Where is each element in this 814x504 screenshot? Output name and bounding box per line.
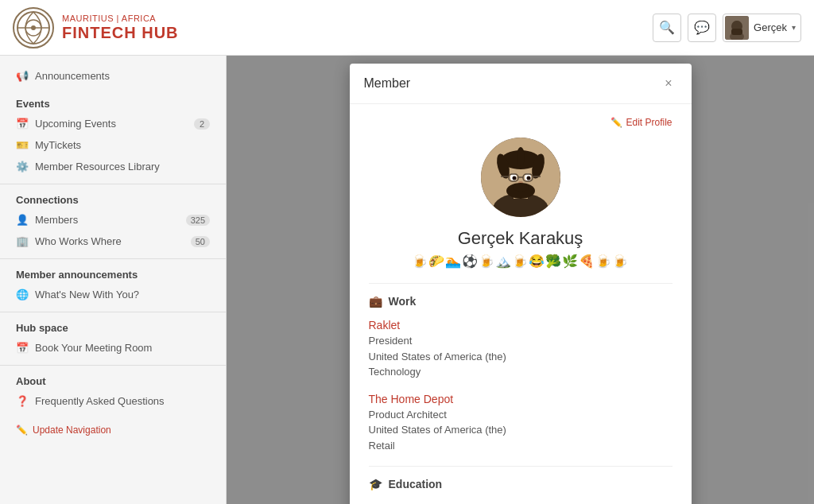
work-section-divider (369, 283, 673, 284)
who-works-badge: 50 (191, 236, 210, 247)
update-navigation-link[interactable]: ✏️ Update Navigation (0, 418, 226, 442)
chat-icon: 💬 (694, 20, 710, 35)
member-resources-label: Member Resources Library (35, 161, 210, 173)
avatar-image (725, 16, 749, 40)
content-area: Member × ✏️ Edit Profile (227, 56, 814, 504)
member-announcements-title: Member announcements (0, 264, 226, 284)
members-label: Members (35, 214, 180, 226)
upcoming-events-label: Upcoming Events (35, 118, 188, 130)
modal-title: Member (364, 76, 411, 91)
upcoming-events-badge: 2 (194, 118, 210, 130)
sidebar-item-member-resources[interactable]: ⚙️ Member Resources Library (0, 156, 226, 177)
connections-section-title: Connections (0, 189, 226, 209)
faq-label: Frequently Asked Questions (35, 395, 210, 407)
sidebar-section-events: Events 📅 Upcoming Events 2 🎫 MyTickets ⚙… (0, 93, 226, 177)
modal-overlay: Member × ✏️ Edit Profile (227, 56, 814, 504)
book-room-label: Book Your Meeting Room (35, 342, 210, 354)
edit-profile-link[interactable]: ✏️ Edit Profile (369, 117, 673, 128)
work-icon: 💼 (369, 295, 382, 308)
education-section-divider (369, 466, 673, 467)
logo-bottom-text: FINTECH HUB (62, 24, 179, 41)
who-works-icon: 🏢 (16, 235, 29, 247)
app-header: MAURITIUS | AFRICA FINTECH HUB 🔍 💬 Gerçe (0, 0, 814, 56)
events-section-title: Events (0, 93, 226, 113)
sidebar-item-who-works[interactable]: 🏢 Who Works Where 50 (0, 231, 226, 252)
chevron-down-icon: ▾ (792, 23, 796, 32)
logo-text: MAURITIUS | AFRICA FINTECH HUB (62, 14, 179, 41)
user-name-label: Gerçek (754, 21, 787, 33)
sidebar-section-hub-space: Hub space 📅 Book Your Meeting Room (0, 317, 226, 359)
chat-button[interactable]: 💬 (688, 14, 716, 42)
sidebar-divider-2 (0, 258, 226, 259)
svg-point-3 (31, 25, 36, 30)
members-icon: 👤 (16, 214, 29, 226)
main-layout: 📢 Announcements Events 📅 Upcoming Events… (0, 56, 814, 504)
company2-location: United States of America (the) (369, 422, 673, 438)
whats-new-icon: 🌐 (16, 289, 29, 300)
company1-role: President (369, 333, 673, 349)
sidebar-item-mytickets[interactable]: 🎫 MyTickets (0, 134, 226, 156)
announcements-label: Announcements (35, 70, 210, 82)
work-entry-2: The Home Depot Product Architect United … (369, 393, 673, 454)
svg-point-21 (526, 176, 530, 180)
svg-point-29 (513, 184, 529, 192)
sidebar-section-about: About ❓ Frequently Asked Questions (0, 370, 226, 412)
ticket-icon: 🎫 (16, 139, 29, 151)
member-name: Gerçek Karakuş (369, 228, 673, 249)
work-section-header: 💼 Work (369, 295, 673, 308)
company1-name[interactable]: Raklet (369, 319, 673, 331)
sidebar-section-member-announcements: Member announcements 🌐 What's New With Y… (0, 264, 226, 305)
sidebar-section-connections: Connections 👤 Members 325 🏢 Who Works Wh… (0, 189, 226, 252)
user-menu[interactable]: Gerçek ▾ (723, 14, 801, 42)
sidebar-item-faq[interactable]: ❓ Frequently Asked Questions (0, 390, 226, 412)
sidebar-item-whats-new[interactable]: 🌐 What's New With You? (0, 284, 226, 305)
sidebar: 📢 Announcements Events 📅 Upcoming Events… (0, 56, 227, 504)
modal-header: Member × (350, 64, 692, 104)
resources-icon: ⚙️ (16, 161, 29, 173)
calendar-icon: 📅 (16, 118, 29, 130)
company2-industry: Retail (369, 438, 673, 454)
edit-icon: ✏️ (16, 425, 28, 436)
company2-role: Product Architect (369, 407, 673, 423)
profile-photo (481, 138, 560, 217)
whats-new-label: What's New With You? (35, 289, 210, 300)
member-modal: Member × ✏️ Edit Profile (350, 64, 692, 504)
sidebar-item-members[interactable]: 👤 Members 325 (0, 209, 226, 231)
education-icon: 🎓 (369, 478, 382, 490)
about-section-title: About (0, 370, 226, 390)
logo-circle (13, 7, 54, 48)
work-entry-1: Raklet President United States of Americ… (369, 319, 673, 380)
logo-icon (16, 10, 51, 45)
faq-icon: ❓ (16, 395, 29, 407)
who-works-label: Who Works Where (35, 235, 184, 247)
logo-top-text: MAURITIUS | AFRICA (62, 14, 179, 23)
education-section-header: 🎓 Education (369, 478, 673, 490)
logo-area: MAURITIUS | AFRICA FINTECH HUB (13, 7, 179, 48)
education-section-label: Education (389, 478, 443, 490)
mytickets-label: MyTickets (35, 139, 210, 151)
sidebar-divider-1 (0, 184, 226, 184)
sidebar-section-announcements: 📢 Announcements (0, 65, 226, 87)
work-section-label: Work (389, 295, 417, 308)
company1-location: United States of America (the) (369, 349, 673, 365)
sidebar-item-announcements[interactable]: 📢 Announcements (0, 65, 226, 87)
member-emojis: 🍺🌮🏊⚽🍺🏔️🍺😂🥦🌿🍕🍺🍺 (369, 254, 673, 269)
sidebar-item-book-room[interactable]: 📅 Book Your Meeting Room (0, 337, 226, 359)
company2-name[interactable]: The Home Depot (369, 393, 673, 405)
edit-profile-icon: ✏️ (610, 117, 622, 128)
svg-point-20 (512, 176, 516, 180)
sidebar-divider-3 (0, 312, 226, 312)
members-badge: 325 (186, 215, 210, 226)
announcements-icon: 📢 (16, 70, 29, 82)
search-icon: 🔍 (659, 20, 675, 35)
modal-close-button[interactable]: × (660, 75, 676, 92)
modal-body: ✏️ Edit Profile (350, 104, 692, 504)
search-button[interactable]: 🔍 (653, 14, 681, 42)
update-nav-label: Update Navigation (33, 425, 111, 436)
profile-photo-container (369, 138, 673, 217)
company1-industry: Technology (369, 364, 673, 380)
sidebar-item-upcoming-events[interactable]: 📅 Upcoming Events 2 (0, 113, 226, 134)
edit-profile-label: Edit Profile (626, 117, 672, 128)
svg-point-17 (517, 147, 525, 166)
avatar-svg (481, 138, 560, 217)
